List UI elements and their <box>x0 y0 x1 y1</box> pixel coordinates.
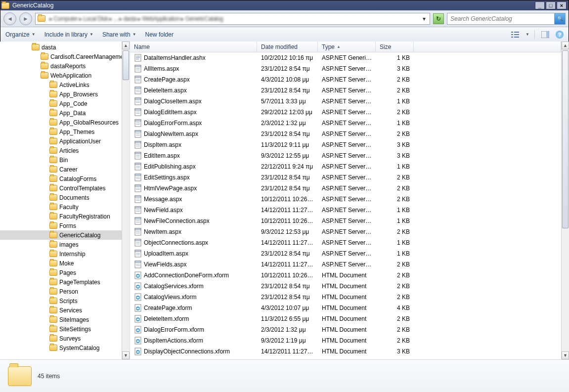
tree-item[interactable]: Faculty <box>0 202 122 212</box>
column-spacer[interactable] <box>414 42 561 52</box>
share-with-menu[interactable]: Share with▼ <box>102 31 136 38</box>
view-dropdown[interactable]: ▼ <box>525 32 529 37</box>
tree-item[interactable]: GenericCatalog <box>0 230 122 240</box>
tree-item[interactable]: App_Code <box>0 99 122 108</box>
tree-item[interactable]: App_Browsers <box>0 89 122 99</box>
tree-item[interactable]: Articles <box>0 146 122 155</box>
tree-item[interactable]: SystemCatalog <box>0 343 122 352</box>
back-button[interactable]: ◄ <box>3 12 16 25</box>
folder-icon <box>41 72 48 79</box>
tree-item[interactable]: Forms <box>0 221 122 230</box>
tree-item[interactable]: Scripts <box>0 296 122 305</box>
tree-item[interactable]: Person <box>0 287 122 296</box>
tree-item[interactable]: Pages <box>0 268 122 277</box>
tree-item[interactable]: ControlTemplates <box>0 183 122 193</box>
svg-rect-63 <box>136 200 140 201</box>
tree-item[interactable]: Moke <box>0 259 122 268</box>
file-row[interactable]: DialogEditItem.aspx29/2/2012 12:03 μμASP… <box>130 107 561 118</box>
tree-item[interactable]: dasta <box>0 43 122 52</box>
file-row[interactable]: EditSettings.aspx23/1/2012 8:54 πμASP.NE… <box>130 172 561 183</box>
file-row[interactable]: CreatePage.aspx4/3/2012 10:08 μμASP.NET … <box>130 74 561 85</box>
tree-item[interactable]: FacultyRegistration <box>0 212 122 221</box>
tree-item[interactable]: SiteImages <box>0 315 122 324</box>
scroll-thumb[interactable] <box>123 50 129 80</box>
address-dropdown[interactable]: ▾ <box>421 15 428 22</box>
file-row[interactable]: CatalogServices.xform23/1/2012 8:54 πμHT… <box>130 281 561 292</box>
file-row[interactable]: DialogNewItem.aspx23/1/2012 8:54 πμASP.N… <box>130 129 561 139</box>
tree-item[interactable]: PageTemplates <box>0 277 122 287</box>
file-row[interactable]: Message.aspx10/12/2011 10:26 πμASP.NET S… <box>130 194 561 205</box>
close-button[interactable]: × <box>557 1 567 9</box>
scroll-up-icon[interactable]: ▲ <box>562 42 569 49</box>
column-date[interactable]: Date modified <box>257 42 318 52</box>
folder-icon <box>49 335 57 342</box>
tree-item[interactable]: Bin <box>0 155 122 165</box>
include-in-library-menu[interactable]: Include in library▼ <box>44 31 93 38</box>
organize-menu[interactable]: Organize▼ <box>5 31 36 38</box>
file-row[interactable]: DeleteItem.xform11/3/2012 6:55 μμHTML Do… <box>130 313 561 324</box>
tree-item[interactable]: Cardisoft.CareerManagement <box>0 52 122 61</box>
tree-item[interactable]: Documents <box>0 193 122 202</box>
tree-item[interactable]: dastaReports <box>0 61 122 71</box>
file-size: 1 KB <box>376 207 414 214</box>
tree-item[interactable]: App_Themes <box>0 127 122 136</box>
file-row[interactable]: DialogCloseItem.aspx5/7/2011 3:33 μμASP.… <box>130 96 561 107</box>
list-scrollbar[interactable]: ▲ ▼ <box>561 42 569 359</box>
tree-item[interactable]: WebApplication <box>0 71 122 80</box>
scroll-up-icon[interactable]: ▲ <box>122 42 130 49</box>
column-size[interactable]: Size <box>376 42 414 52</box>
maximize-button[interactable]: □ <box>546 1 556 9</box>
tree-item[interactable]: images <box>0 240 122 249</box>
folder-icon <box>49 222 57 229</box>
new-folder-button[interactable]: New folder <box>145 31 174 38</box>
column-type[interactable]: Type▲ <box>318 42 376 52</box>
tree-item[interactable]: SiteSettings <box>0 324 122 334</box>
file-row[interactable]: DispItemActions.xform9/3/2012 1:19 μμHTM… <box>130 335 561 346</box>
folder-icon <box>49 213 57 219</box>
file-row[interactable]: DisplayObjectConnections.xform14/12/2011… <box>130 346 561 357</box>
scroll-down-icon[interactable]: ▼ <box>122 351 130 359</box>
file-row[interactable]: DispItem.aspx11/3/2012 9:11 μμASP.NET Se… <box>130 139 561 150</box>
tree-item[interactable]: ActiveLinks <box>0 80 122 89</box>
file-row[interactable]: NewItem.aspx9/3/2012 12:53 μμASP.NET Ser… <box>130 226 561 237</box>
scroll-down-icon[interactable]: ▼ <box>562 351 569 359</box>
file-row[interactable]: DialogErrorForm.aspx2/3/2012 1:32 μμASP.… <box>130 118 561 129</box>
help-button[interactable]: ? <box>556 31 564 39</box>
tree-item[interactable]: Services <box>0 305 122 315</box>
file-row[interactable]: DataItemsHandler.ashx10/2/2012 10:16 πμA… <box>130 52 561 63</box>
scroll-thumb[interactable] <box>562 50 569 228</box>
tree-item[interactable]: Career <box>0 165 122 174</box>
file-row[interactable]: EditItem.aspx9/3/2012 12:55 μμASP.NET Se… <box>130 150 561 161</box>
file-row[interactable]: NewField.aspx14/12/2011 11:27 πμASP.NET … <box>130 205 561 216</box>
view-options-button[interactable] <box>510 29 521 40</box>
file-row[interactable]: DialogErrorForm.xform2/3/2012 1:32 μμHTM… <box>130 324 561 335</box>
forward-button[interactable]: ► <box>19 12 32 25</box>
svg-rect-18 <box>136 79 140 80</box>
file-row[interactable]: ObjectConnections.aspx14/12/2011 11:27 π… <box>130 237 561 248</box>
search-box[interactable]: 🔍 <box>447 13 566 25</box>
refresh-button[interactable]: ↻ <box>433 13 444 24</box>
tree-item[interactable]: ApplicationUser <box>0 136 122 146</box>
file-row[interactable]: CatalogViews.xform23/1/2012 8:54 πμHTML … <box>130 292 561 303</box>
file-row[interactable]: NewFileConnection.aspx10/12/2011 10:26 π… <box>130 216 561 226</box>
file-row[interactable]: UploadItem.aspx23/1/2012 8:54 πμASP.NET … <box>130 248 561 259</box>
search-input[interactable] <box>447 15 554 22</box>
file-row[interactable]: AddConnectionDoneForm.xform10/12/2011 10… <box>130 270 561 281</box>
tree-item[interactable]: CatalogForms <box>0 174 122 183</box>
address-bar[interactable]: ▸ Computer ▸ Local Disk ▸ ... ▸ dasta ▸ … <box>35 13 430 25</box>
tree-item[interactable]: Internship <box>0 249 122 259</box>
preview-pane-button[interactable] <box>540 29 551 40</box>
file-row[interactable]: ViewFields.aspx14/12/2011 11:27 πμASP.NE… <box>130 259 561 270</box>
tree-scrollbar[interactable]: ▲ ▼ <box>122 42 130 359</box>
column-name[interactable]: Name <box>130 42 257 52</box>
file-row[interactable]: EditPublishing.aspx22/12/2011 9:24 πμASP… <box>130 161 561 172</box>
minimize-button[interactable]: _ <box>535 1 545 9</box>
tree-item[interactable]: App_Data <box>0 108 122 118</box>
file-row[interactable]: HtmlViewPage.aspx23/1/2012 8:54 πμASP.NE… <box>130 183 561 194</box>
tree-item[interactable]: App_GlobalResources <box>0 118 122 127</box>
file-row[interactable]: CreatePage.xform4/3/2012 10:07 μμHTML Do… <box>130 303 561 313</box>
file-row[interactable]: AllItems.aspx23/1/2012 8:54 πμASP.NET Se… <box>130 63 561 74</box>
tree-item[interactable]: Surveys <box>0 334 122 343</box>
search-icon[interactable]: 🔍 <box>554 13 565 24</box>
file-row[interactable]: DeleteItem.aspx23/1/2012 8:54 πμASP.NET … <box>130 85 561 96</box>
